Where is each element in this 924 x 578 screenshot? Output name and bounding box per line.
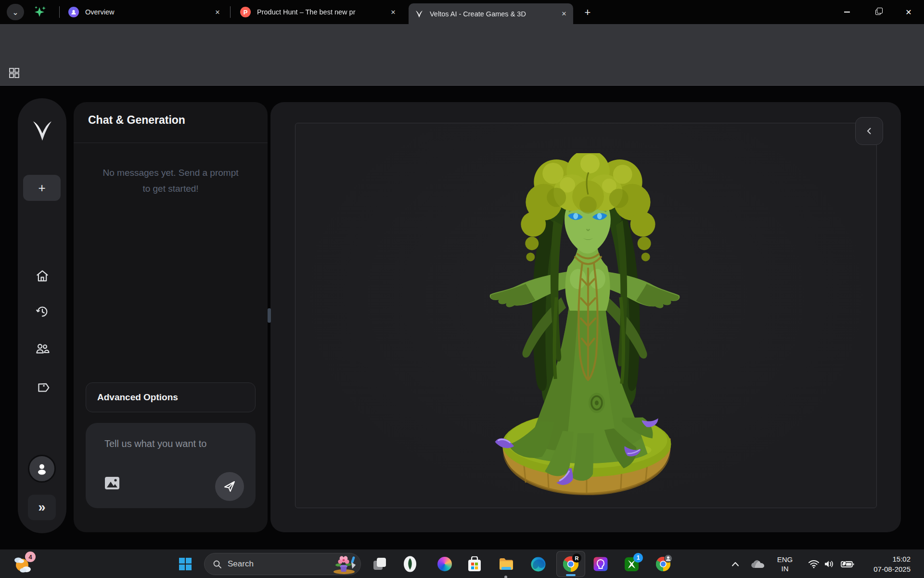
windows-logo-icon	[179, 557, 192, 571]
chat-empty-line2: to get started!	[74, 181, 268, 197]
chrome-button[interactable]: R	[563, 556, 579, 572]
chat-panel-title: Chat & Generation	[88, 114, 185, 127]
weather-widget[interactable]: 4	[13, 553, 37, 575]
sidebar-item-community[interactable]	[18, 342, 66, 356]
volume-tray-button[interactable]	[822, 550, 836, 578]
model-viewport[interactable]	[295, 123, 877, 508]
users-icon	[35, 342, 50, 356]
chrome-profile-button[interactable]	[655, 556, 671, 572]
chevron-down-icon: ⌄	[12, 8, 18, 17]
microsoft-store-button[interactable]	[466, 556, 483, 572]
tab-label: Veltos AI - Create Games & 3D	[430, 10, 559, 18]
edge-button[interactable]	[530, 556, 546, 572]
screen: ⌄ Overview ✕ P Product Hunt – The best n…	[0, 0, 924, 578]
copilot-button[interactable]	[436, 556, 453, 572]
tab-label: Overview	[85, 8, 212, 16]
history-clock-icon	[35, 304, 50, 319]
sidebar-item-tags[interactable]	[18, 380, 66, 394]
tab-product-hunt[interactable]: P Product Hunt – The best new pr ✕	[235, 0, 402, 24]
tab-veltos-active[interactable]: Veltos AI - Create Games & 3D ✕	[409, 3, 573, 24]
tab-overview[interactable]: Overview ✕	[63, 0, 227, 24]
leaf-app-button[interactable]	[402, 556, 418, 572]
xbox-button[interactable]: 1	[623, 556, 640, 572]
microsoft-store-icon	[467, 556, 482, 572]
window-close-button[interactable]: ✕	[893, 0, 924, 24]
task-view-button[interactable]	[372, 556, 388, 572]
search-icon	[213, 560, 222, 569]
minimize-button[interactable]	[832, 0, 862, 24]
overview-favicon-icon	[68, 7, 79, 17]
veltos-page: + » Chat & Generation No messages	[0, 86, 924, 549]
tab-label: Product Hunt – The best new pr	[257, 8, 388, 16]
chat-empty-line1: No messages yet. Send a prompt	[74, 165, 268, 181]
explorer-running-dot	[504, 576, 507, 578]
taskbar-clock[interactable]: 15:02 07-08-2025	[873, 554, 911, 574]
creation-panel	[270, 102, 901, 532]
advanced-options-button[interactable]: Advanced Options	[86, 382, 256, 412]
sidebar-expand-button[interactable]: »	[28, 495, 56, 520]
app-sidebar: + »	[18, 98, 66, 533]
tab-search-button[interactable]: ⌄	[7, 4, 24, 20]
file-explorer-button[interactable]	[498, 556, 514, 572]
chrome-active-underline	[566, 574, 576, 576]
close-icon[interactable]: ✕	[388, 7, 398, 17]
chevron-up-icon	[732, 562, 739, 566]
close-icon[interactable]: ✕	[212, 7, 223, 17]
tray-expand-button[interactable]	[729, 550, 742, 578]
battery-energy-saver-icon	[841, 560, 854, 568]
search-placeholder: Search	[228, 559, 254, 569]
chat-panel: Chat & Generation No messages yet. Send …	[74, 102, 268, 532]
send-plane-icon	[223, 480, 236, 493]
sidebar-item-home[interactable]	[18, 269, 66, 283]
veltos-favicon-icon	[414, 9, 424, 19]
start-button[interactable]	[177, 556, 193, 572]
viewport-collapse-button[interactable]	[855, 117, 883, 145]
red-blue-ai-app-icon	[593, 557, 608, 571]
product-hunt-favicon-icon: P	[240, 7, 251, 17]
prompt-input[interactable]: Tell us what you want to	[86, 423, 256, 508]
user-avatar[interactable]	[28, 455, 56, 483]
person-icon	[35, 461, 49, 476]
close-icon[interactable]: ✕	[559, 9, 569, 19]
ai-app-button[interactable]	[592, 556, 609, 572]
language-indicator[interactable]: ENG IN	[773, 550, 796, 578]
edge-icon	[531, 557, 546, 572]
panel-resize-handle[interactable]	[268, 308, 271, 323]
send-button[interactable]	[215, 472, 244, 501]
bookmarks-bar	[0, 60, 924, 86]
profile-badge-icon	[664, 554, 672, 563]
copilot-icon	[437, 557, 452, 571]
restore-icon	[875, 10, 881, 15]
battery-tray-button[interactable]	[839, 550, 856, 578]
taskbar: 4 Search	[0, 549, 924, 578]
chrome-r-badge: R	[572, 553, 581, 563]
attach-image-icon[interactable]	[104, 476, 120, 490]
apps-grid-icon[interactable]	[9, 67, 20, 79]
new-tab-button[interactable]: +	[580, 6, 595, 19]
new-creation-button[interactable]: +	[23, 175, 61, 201]
divider	[74, 143, 268, 143]
taskbar-search[interactable]: Search	[204, 553, 361, 575]
tag-icon	[35, 380, 50, 394]
browser-tab-strip: ⌄ Overview ✕ P Product Hunt – The best n…	[0, 0, 924, 24]
chat-empty-state: No messages yet. Send a prompt to get st…	[74, 165, 268, 197]
minimize-icon	[844, 12, 850, 13]
tab-separator	[230, 6, 231, 18]
task-view-icon	[372, 557, 387, 571]
sidebar-item-history[interactable]	[18, 304, 66, 319]
chevron-left-icon	[865, 127, 873, 135]
window-controls: ✕	[832, 0, 924, 24]
dryad-3d-model	[483, 153, 685, 499]
restore-button[interactable]	[862, 0, 893, 24]
language-line1: ENG	[773, 555, 796, 564]
veltos-logo-icon[interactable]	[30, 118, 54, 144]
onedrive-tray-button[interactable]	[749, 550, 767, 578]
clock-date: 07-08-2025	[873, 564, 911, 574]
wifi-icon	[808, 560, 820, 568]
wifi-tray-button[interactable]	[807, 550, 821, 578]
file-explorer-icon	[499, 557, 514, 571]
tab-separator	[59, 6, 60, 18]
clock-time: 15:02	[873, 554, 911, 564]
prompt-placeholder: Tell us what you want to	[104, 438, 206, 449]
speaker-icon	[824, 560, 834, 568]
